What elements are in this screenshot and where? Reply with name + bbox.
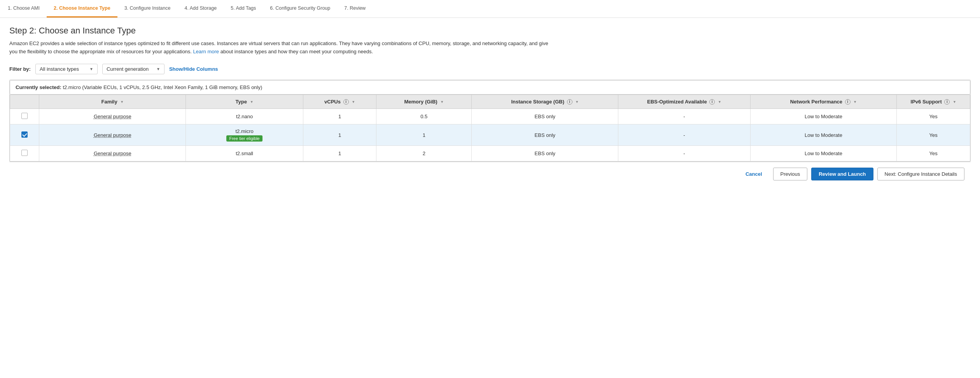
row-checkbox[interactable] <box>21 131 28 138</box>
filter-label: Filter by: <box>9 66 31 72</box>
previous-button[interactable]: Previous <box>773 168 808 180</box>
table-row[interactable]: General purposet2.nano10.5EBS only-Low t… <box>10 109 970 124</box>
currently-selected-value: t2.micro (Variable ECUs, 1 vCPUs, 2.5 GH… <box>63 84 262 90</box>
th-storage[interactable]: Instance Storage (GB) i ▼ <box>472 94 618 109</box>
show-hide-columns-link[interactable]: Show/Hide Columns <box>169 66 218 72</box>
th-type-label: Type <box>236 99 247 105</box>
learn-more-link[interactable]: Learn more <box>193 49 219 54</box>
family-cell: General purpose <box>94 150 131 156</box>
row-checkbox[interactable] <box>21 150 28 156</box>
generation-filter-chevron: ▼ <box>156 67 160 71</box>
currently-selected-prefix: Currently selected: <box>16 84 61 90</box>
row-checkbox[interactable] <box>21 113 28 119</box>
currently-selected-banner: Currently selected: t2.micro (Variable E… <box>10 80 970 94</box>
filter-bar: Filter by: All instance types ▼ Current … <box>9 64 971 74</box>
th-memory[interactable]: Memory (GiB) ▼ <box>376 94 472 109</box>
footer-bar: Cancel Previous Review and Launch Next: … <box>9 162 971 186</box>
review-launch-button[interactable]: Review and Launch <box>811 168 873 180</box>
table-row[interactable]: General purposet2.microFree tier eligibl… <box>10 124 970 146</box>
instance-type-filter-chevron: ▼ <box>89 67 93 71</box>
free-tier-badge: Free tier eligible <box>226 135 262 142</box>
ebs-cell: - <box>618 124 750 146</box>
generation-filter[interactable]: Current generation ▼ <box>102 64 164 74</box>
ipv6-sort-icon[interactable]: ▼ <box>953 100 956 104</box>
th-network-label: Network Performance <box>790 99 842 105</box>
th-memory-label: Memory (GiB) <box>404 99 437 105</box>
type-cell: t2.micro <box>235 128 253 134</box>
storage-sort-icon[interactable]: ▼ <box>575 100 579 104</box>
th-ebs[interactable]: EBS-Optimized Available i ▼ <box>618 94 750 109</box>
table-row[interactable]: General purposet2.small12EBS only-Low to… <box>10 146 970 161</box>
storage-info-icon[interactable]: i <box>567 99 572 105</box>
generation-filter-value: Current generation <box>107 66 149 72</box>
th-ipv6-label: IPv6 Support <box>911 99 942 105</box>
network-cell: Low to Moderate <box>750 146 897 161</box>
instance-type-filter[interactable]: All instance types ▼ <box>35 64 98 74</box>
nav-step-configure-security-group[interactable]: 6. Configure Security Group <box>263 0 337 18</box>
table-header-row: Family ▼ Type ▼ vCPUs i ▼ Memory (GiB) <box>10 94 970 109</box>
memory-cell: 1 <box>376 124 472 146</box>
nav-step-review[interactable]: 7. Review <box>337 0 373 18</box>
cancel-button[interactable]: Cancel <box>738 168 769 180</box>
type-cell: t2.small <box>236 150 253 156</box>
memory-cell: 0.5 <box>376 109 472 124</box>
ebs-sort-icon[interactable]: ▼ <box>718 100 721 104</box>
nav-step-choose-ami[interactable]: 1. Choose AMI <box>8 0 47 18</box>
network-cell: Low to Moderate <box>750 109 897 124</box>
ebs-cell: - <box>618 146 750 161</box>
page-title: Step 2: Choose an Instance Type <box>9 26 971 36</box>
storage-cell: EBS only <box>472 124 618 146</box>
ebs-cell: - <box>618 109 750 124</box>
next-configure-button[interactable]: Next: Configure Instance Details <box>877 168 964 180</box>
step-navigation: 1. Choose AMI 2. Choose Instance Type 3.… <box>0 0 980 18</box>
th-ipv6[interactable]: IPv6 Support i ▼ <box>897 94 970 109</box>
network-info-icon[interactable]: i <box>845 99 850 105</box>
th-check <box>10 94 39 109</box>
th-vcpus-label: vCPUs <box>324 99 341 105</box>
vcpus-sort-icon[interactable]: ▼ <box>352 100 355 104</box>
nav-step-add-storage[interactable]: 4. Add Storage <box>177 0 224 18</box>
th-network[interactable]: Network Performance i ▼ <box>750 94 897 109</box>
th-type[interactable]: Type ▼ <box>186 94 303 109</box>
family-cell: General purpose <box>94 114 131 119</box>
instance-table-wrapper: Currently selected: t2.micro (Variable E… <box>9 80 971 162</box>
instance-table: Family ▼ Type ▼ vCPUs i ▼ Memory (GiB) <box>10 94 970 162</box>
family-sort-icon[interactable]: ▼ <box>120 100 124 104</box>
nav-step-choose-instance-type[interactable]: 2. Choose Instance Type <box>47 0 117 18</box>
ipv6-cell: Yes <box>897 109 970 124</box>
main-content: Step 2: Choose an Instance Type Amazon E… <box>0 18 980 194</box>
th-ebs-label: EBS-Optimized Available <box>647 99 707 105</box>
nav-step-add-tags[interactable]: 5. Add Tags <box>224 0 263 18</box>
network-sort-icon[interactable]: ▼ <box>853 100 857 104</box>
vcpus-cell: 1 <box>303 146 376 161</box>
th-family[interactable]: Family ▼ <box>39 94 186 109</box>
storage-cell: EBS only <box>472 109 618 124</box>
ipv6-cell: Yes <box>897 124 970 146</box>
vcpus-cell: 1 <box>303 124 376 146</box>
type-sort-icon[interactable]: ▼ <box>250 100 254 104</box>
page-description: Amazon EC2 provides a wide selection of … <box>9 40 554 56</box>
th-storage-label: Instance Storage (GB) <box>511 99 564 105</box>
storage-cell: EBS only <box>472 146 618 161</box>
ebs-info-icon[interactable]: i <box>709 99 715 105</box>
th-vcpus[interactable]: vCPUs i ▼ <box>303 94 376 109</box>
vcpus-info-icon[interactable]: i <box>343 99 349 105</box>
ipv6-cell: Yes <box>897 146 970 161</box>
memory-cell: 2 <box>376 146 472 161</box>
th-family-label: Family <box>101 99 117 105</box>
vcpus-cell: 1 <box>303 109 376 124</box>
network-cell: Low to Moderate <box>750 124 897 146</box>
type-cell: t2.nano <box>236 114 253 119</box>
nav-step-configure-instance[interactable]: 3. Configure Instance <box>117 0 178 18</box>
ipv6-info-icon[interactable]: i <box>944 99 950 105</box>
family-cell: General purpose <box>94 132 131 138</box>
instance-type-filter-value: All instance types <box>40 66 79 72</box>
memory-sort-icon[interactable]: ▼ <box>440 100 444 104</box>
